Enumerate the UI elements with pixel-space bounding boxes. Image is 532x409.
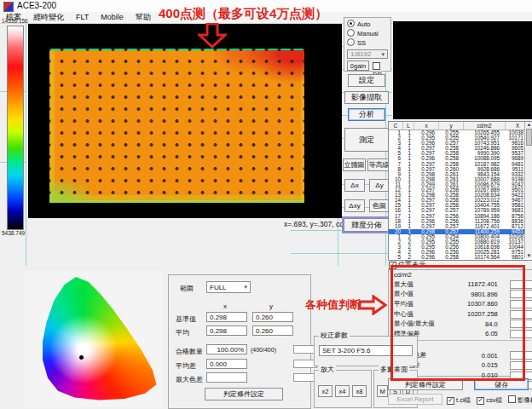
radio-auto[interactable]: Auto xyxy=(344,18,390,28)
menu-item[interactable]: FLT xyxy=(70,12,95,23)
measurement-table[interactable]: CLxycd/m2X 110.2960.25510265.45510038210… xyxy=(388,121,532,261)
avg-y-field[interactable]: 0.260 xyxy=(252,325,293,336)
table-header-cell: cd/m2 xyxy=(464,122,506,130)
multi-screen-title: 多重畫面 xyxy=(379,366,409,374)
stats-value: 0.001 xyxy=(454,352,498,360)
scroll-down-icon[interactable]: ▼ xyxy=(525,253,532,258)
app-icon xyxy=(3,2,14,12)
analyze-button[interactable]: 分析 xyxy=(348,108,385,121)
base-y-field[interactable]: 0.260 xyxy=(252,312,293,322)
col-y-label: y xyxy=(269,302,273,310)
avg-label: 平均 xyxy=(176,328,189,337)
preview-pane xyxy=(393,21,532,119)
calibration-field[interactable]: SET 3-200 F5.6 xyxy=(319,345,413,356)
delta-xy-button[interactable]: Δxy xyxy=(344,199,365,212)
save-button[interactable]: 儲存 xyxy=(474,378,529,390)
stats-luminance-rows: 最大值11672.401最小值9801.896平均值10307.860中心值10… xyxy=(389,279,532,339)
radio-ss[interactable]: SS xyxy=(344,37,390,47)
zoom-x8-button[interactable]: x8 xyxy=(352,385,367,397)
pass-label: 合格數量 xyxy=(176,347,203,356)
annotation-judge: 各种值判断 xyxy=(305,297,361,313)
menu-item[interactable]: 幫助 xyxy=(130,12,157,23)
position-checkbox-icon xyxy=(389,262,396,269)
calibration-title: 校正參數 xyxy=(319,331,350,340)
table-scrollbar[interactable]: ▲ ▼ xyxy=(524,122,532,258)
luminance-dist-button[interactable]: 輝度分佈 xyxy=(344,218,390,232)
stats-value: 10307.860 xyxy=(454,300,498,308)
multi-m-button[interactable]: M xyxy=(377,385,388,397)
stats-value: 6.05 xyxy=(454,330,498,337)
csv-checkbox-icon xyxy=(477,397,484,405)
stats-label: 最大值 xyxy=(389,280,454,289)
shutter-dropdown[interactable]: 1/8192▾ xyxy=(347,49,388,59)
tcl-checkbox[interactable]: t.cl檔 xyxy=(447,396,471,404)
table-cell: 9801 xyxy=(501,255,525,260)
stats-label: 最小值 xyxy=(389,290,454,298)
table-body[interactable]: 110.2960.25510265.45510038210.2950.25510… xyxy=(389,130,532,260)
stats-value: 11672.401 xyxy=(454,280,498,288)
judge-condition-button-2[interactable]: 判定條件設定 xyxy=(388,378,463,390)
target-panel: 範圍 FULL▾ x y 基準值 0.298 0.260 平均 0.298 0.… xyxy=(168,274,311,409)
csv-checkbox[interactable]: csv檔 xyxy=(477,396,502,404)
measure-button[interactable]: 測定 xyxy=(344,128,389,152)
zoom-title: 放大 xyxy=(319,366,336,374)
capture-button[interactable]: 影像擷取 xyxy=(344,91,389,104)
settings-button[interactable]: 設定 xyxy=(348,74,385,87)
base-x-field[interactable]: 0.298 xyxy=(206,312,247,322)
delta-x-button[interactable]: Δx xyxy=(344,179,365,192)
stats-row: 最大值11672.401 xyxy=(389,279,532,290)
scroll-up-icon[interactable]: ▲ xyxy=(525,122,532,127)
zoom-x4-button[interactable]: x4 xyxy=(335,385,350,397)
stats-label: 中心值 xyxy=(389,310,454,319)
color-map-button[interactable]: 色圖 xyxy=(369,199,390,212)
stats-judge-box xyxy=(510,280,532,289)
radio-auto-icon xyxy=(347,20,355,27)
annotation-points: 400点测（最多可设4万点测） xyxy=(159,6,327,22)
table-cell: 10174.564 xyxy=(460,255,501,260)
tcl-checkbox-icon xyxy=(447,397,454,405)
stereo-button[interactable]: 立體圖 xyxy=(343,158,366,171)
contour-button[interactable]: 等高線 xyxy=(367,158,390,171)
delta-y-button[interactable]: Δy xyxy=(369,179,390,192)
image-checkbox[interactable]: 影像檔 xyxy=(508,396,532,404)
avgdiff-field[interactable]: 0.000 xyxy=(206,359,247,369)
measurement-viewport[interactable] xyxy=(28,24,342,218)
menu-item[interactable]: Mobile xyxy=(95,12,130,23)
window-title: ACE3-200 xyxy=(17,0,56,12)
excel-report-button[interactable]: Excel Report xyxy=(388,394,442,405)
position-checkbox[interactable]: 位置表示 xyxy=(389,260,425,269)
stats-section-luminance: cd/m2 xyxy=(389,270,532,279)
avg-x-field[interactable]: 0.298 xyxy=(206,325,247,336)
radio-manual[interactable]: Manual xyxy=(344,28,390,37)
image-checkbox-icon xyxy=(508,395,516,403)
cie-panel xyxy=(24,271,164,407)
color-scale-bar xyxy=(7,26,24,230)
range-dropdown[interactable]: FULL▾ xyxy=(206,281,251,293)
table-header-cell: x xyxy=(414,122,439,130)
avgdiff-label: 平均差 xyxy=(176,361,196,371)
background-grid-line xyxy=(26,24,26,266)
table-header-cell: y xyxy=(439,122,464,130)
menu-item[interactable]: 經時變化 xyxy=(27,12,70,23)
calibration-panel: 校正參數 SET 3-200 F5.6 xyxy=(314,336,418,366)
stats-value: 0.015 xyxy=(454,361,498,369)
luminance-heatmap[interactable] xyxy=(49,49,304,203)
pass-value-field[interactable]: 100.00% xyxy=(206,344,247,354)
stats-label: 平均值 xyxy=(389,300,454,308)
maxdiff-field[interactable] xyxy=(206,372,247,383)
stats-value: 9801.896 xyxy=(454,291,498,298)
judge-condition-button[interactable]: 判定條件設定 xyxy=(205,388,283,400)
stats-row: 平均值10307.860 xyxy=(389,299,532,309)
cie-chromaticity-diagram[interactable] xyxy=(32,274,160,404)
scale-max-label: 14536.156 xyxy=(2,18,28,24)
maxdiff-label: 最大色差 xyxy=(176,375,203,384)
range-label: 範圍 xyxy=(180,284,194,293)
stats-judge-box xyxy=(510,330,532,338)
stats-value: 84.0 xyxy=(454,320,498,328)
scroll-thumb[interactable] xyxy=(526,129,532,146)
cie-white-point-marker xyxy=(78,354,84,360)
zero-gain-button[interactable]: 0gain xyxy=(347,60,369,71)
base-label: 基準值 xyxy=(176,314,196,324)
pass-count: (400/400) xyxy=(251,347,276,353)
zoom-x2-button[interactable]: x2 xyxy=(318,385,332,397)
